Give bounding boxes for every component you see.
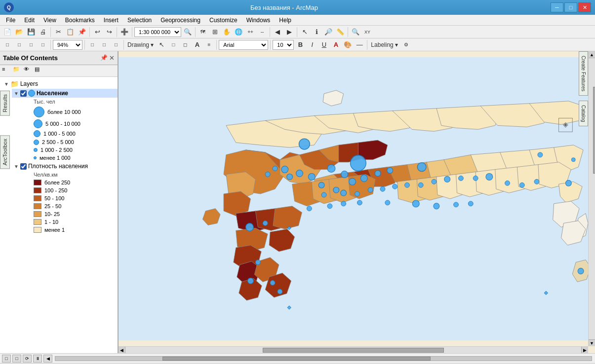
- svg-point-71: [287, 174, 293, 180]
- map-area[interactable]: Create Features Catalog ▲ ▼: [119, 51, 595, 353]
- close-button[interactable]: ✕: [578, 2, 591, 12]
- toc-source-btn[interactable]: 📁: [13, 66, 23, 76]
- toc-select-btn[interactable]: ▤: [35, 66, 44, 76]
- back-button[interactable]: ◀: [272, 27, 283, 37]
- pop-expand-arrow[interactable]: ▼: [14, 91, 19, 96]
- menu-item-file[interactable]: File: [2, 16, 19, 25]
- toc-close-btn[interactable]: ✕: [109, 54, 115, 62]
- open-button[interactable]: 📂: [14, 27, 25, 37]
- hscroll-left-btn[interactable]: ◀: [119, 347, 125, 354]
- tb2-btn3[interactable]: □: [26, 39, 37, 50]
- find-button[interactable]: 🔎: [323, 27, 334, 37]
- results-tab[interactable]: Results: [0, 91, 10, 116]
- underline-btn[interactable]: U: [318, 39, 329, 50]
- toc-visible-btn[interactable]: 👁: [24, 66, 34, 76]
- tb2-btn11[interactable]: ⚙: [400, 39, 411, 50]
- density-checkbox[interactable]: [20, 163, 27, 170]
- zoom-in-button[interactable]: 🔍: [182, 27, 193, 37]
- drawing-label[interactable]: Drawing ▾: [126, 41, 155, 48]
- map-h-scrolltrack[interactable]: [55, 356, 592, 361]
- layer-density-header[interactable]: ▼ Плотность населения: [12, 162, 118, 171]
- zoom-full-button[interactable]: ⊞: [209, 27, 220, 37]
- create-features-tab[interactable]: Create Features: [579, 51, 588, 96]
- menu-item-help[interactable]: Help: [275, 16, 295, 25]
- print-button[interactable]: 🖨: [38, 27, 48, 37]
- menu-item-insert[interactable]: Insert: [100, 16, 122, 25]
- xy-button[interactable]: XY: [362, 27, 373, 37]
- vscroll-thumb[interactable]: [593, 87, 595, 173]
- cursor-tool[interactable]: ↖: [156, 39, 167, 50]
- measure-button[interactable]: 📏: [335, 27, 346, 37]
- add-data-button[interactable]: ➕: [119, 27, 130, 37]
- globe-button[interactable]: 🌐: [233, 27, 244, 37]
- info-button[interactable]: ℹ: [311, 27, 322, 37]
- font-combo[interactable]: Arial: [219, 40, 268, 50]
- tb2-btn9[interactable]: ◻: [180, 39, 191, 50]
- zoom-map-button[interactable]: 🗺: [198, 27, 208, 37]
- layers-expand-arrow[interactable]: ▼: [4, 81, 9, 87]
- layer-population-header[interactable]: ▼ Население: [12, 89, 118, 98]
- redo-button[interactable]: ↪: [104, 27, 115, 37]
- status-btn-5[interactable]: ◀: [43, 355, 52, 363]
- labeling-label[interactable]: Labeling ▾: [369, 41, 399, 48]
- tb2-btn7[interactable]: □: [111, 39, 121, 50]
- font-color-btn[interactable]: A: [330, 39, 341, 50]
- menu-item-view[interactable]: View: [40, 16, 60, 25]
- text-tool[interactable]: A: [192, 39, 202, 50]
- minimize-button[interactable]: ─: [551, 2, 563, 12]
- map-scrollbar-h[interactable]: ◀ ▶: [119, 346, 588, 353]
- italic-btn[interactable]: I: [307, 39, 317, 50]
- map-h-scrollthumb[interactable]: [162, 357, 431, 361]
- font-size-combo[interactable]: 10: [273, 40, 294, 50]
- arctoolbox-tab[interactable]: ArcToolbox: [0, 135, 10, 169]
- menu-item-bookmarks[interactable]: Bookmarks: [61, 16, 99, 25]
- menu-item-geoprocessing[interactable]: Geoprocessing: [157, 16, 204, 25]
- maximize-button[interactable]: □: [564, 2, 577, 12]
- tb2-btn10[interactable]: ≡: [203, 39, 214, 50]
- paste-button[interactable]: 📌: [77, 27, 87, 37]
- pop-checkbox[interactable]: [20, 90, 27, 97]
- tb2-btn6[interactable]: □: [99, 39, 110, 50]
- hscroll-right-btn[interactable]: ▶: [581, 347, 588, 354]
- copy-button[interactable]: 📋: [65, 27, 76, 37]
- tb2-btn1[interactable]: □: [2, 39, 13, 50]
- catalog-tab[interactable]: Catalog: [579, 101, 588, 126]
- tb2-btn5[interactable]: □: [87, 39, 98, 50]
- tb2-btn4[interactable]: □: [38, 39, 48, 50]
- layers-group-header[interactable]: ▼ 📁 Layers: [2, 79, 118, 89]
- menu-item-customize[interactable]: Customize: [205, 16, 241, 25]
- pan-button[interactable]: ✋: [221, 27, 232, 37]
- line-color-btn[interactable]: —: [354, 39, 365, 50]
- tb2-btn2[interactable]: □: [14, 39, 25, 50]
- scale-combo[interactable]: 1:30 000 000: [134, 27, 181, 37]
- legend-item-1: 5 000 - 10 000: [34, 118, 118, 129]
- zoom-combo[interactable]: 94%: [53, 40, 82, 50]
- new-button[interactable]: 📄: [2, 27, 13, 37]
- hscroll-thumb[interactable]: [263, 348, 444, 353]
- status-btn-4[interactable]: ⏸: [33, 355, 42, 363]
- vscroll-up-btn[interactable]: ▲: [589, 51, 595, 58]
- status-btn-3[interactable]: ⟳: [23, 355, 32, 363]
- zoom-out-button[interactable]: --: [257, 27, 268, 37]
- fill-color-btn[interactable]: 🎨: [342, 39, 353, 50]
- status-btn-2[interactable]: □: [12, 355, 21, 363]
- menu-item-edit[interactable]: Edit: [20, 16, 39, 25]
- density-expand-arrow[interactable]: ▼: [14, 164, 19, 169]
- map-scrollbar-v[interactable]: ▲ ▼: [588, 51, 595, 346]
- zoom-in2-button[interactable]: ++: [245, 27, 256, 37]
- save-button[interactable]: 💾: [26, 27, 37, 37]
- search-button[interactable]: 🔍: [350, 27, 361, 37]
- toc-pin-btn[interactable]: 📌: [100, 54, 108, 62]
- bold-btn[interactable]: B: [295, 39, 306, 50]
- map-svg[interactable]: ◈: [119, 51, 588, 346]
- menu-item-windows[interactable]: Windows: [242, 16, 275, 25]
- undo-button[interactable]: ↩: [92, 27, 103, 37]
- menu-item-selection[interactable]: Selection: [123, 16, 156, 25]
- status-btn-1[interactable]: □: [2, 355, 11, 363]
- cut-button[interactable]: ✂: [53, 27, 64, 37]
- select-button[interactable]: ↖: [299, 27, 310, 37]
- tb2-btn8[interactable]: □: [168, 39, 179, 50]
- toc-list-btn[interactable]: ≡: [2, 66, 12, 76]
- vscroll-down-btn[interactable]: ▼: [589, 339, 595, 346]
- forward-button[interactable]: ▶: [284, 27, 295, 37]
